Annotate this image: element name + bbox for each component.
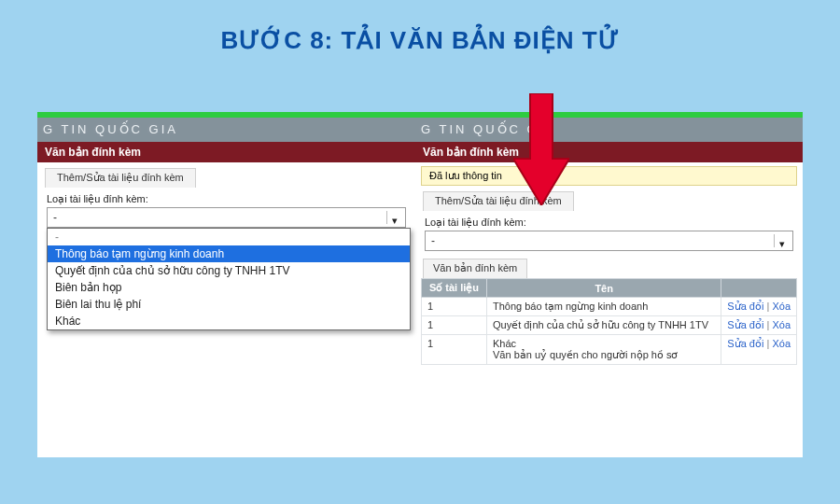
attachments-subheading: Văn bản đính kèm bbox=[423, 259, 527, 278]
dropdown-option[interactable]: Thông báo tạm ngừng kinh doanh bbox=[48, 245, 410, 262]
panel-left: G TIN QUỐC GIA Văn bản đính kèm Thêm/Sửa… bbox=[37, 112, 415, 457]
cell-name: Khác Văn bản uỷ quyền cho người nộp hồ s… bbox=[487, 335, 721, 365]
chevron-down-icon: ▾ bbox=[774, 234, 789, 247]
cell-actions: Sửa đổi | Xóa bbox=[721, 335, 797, 365]
attachment-type-select[interactable]: - ▾ bbox=[47, 207, 406, 228]
dropdown-option[interactable]: Quyết định của chủ sở hữu công ty TNHH 1… bbox=[48, 262, 410, 279]
chevron-down-icon: ▾ bbox=[386, 211, 401, 224]
attachment-type-label: Loại tài liệu đính kèm: bbox=[37, 188, 415, 207]
section-title: Văn bản đính kèm bbox=[415, 142, 803, 162]
page-title: BƯỚC 8: TẢI VĂN BẢN ĐIỆN TỬ bbox=[0, 0, 840, 55]
attachment-type-label: Loại tài liệu đính kèm: bbox=[415, 211, 803, 231]
saved-info-message: Đã lưu thông tin bbox=[421, 166, 797, 186]
dropdown-option[interactable]: Biên lai thu lệ phí bbox=[48, 296, 410, 313]
tab-add-edit-attachment[interactable]: Thêm/Sửa tài liệu đính kèm bbox=[45, 168, 196, 188]
attachments-table: Số tài liệu Tên 1 Thông báo tạm ngừng ki… bbox=[421, 278, 797, 365]
edit-link[interactable]: Sửa đổi bbox=[727, 301, 763, 312]
cell-actions: Sửa đổi | Xóa bbox=[721, 298, 797, 316]
screenshot-stage: G TIN QUỐC GIA Văn bản đính kèm Thêm/Sửa… bbox=[37, 112, 803, 457]
attachment-type-dropdown[interactable]: - Thông báo tạm ngừng kinh doanh Quyết đ… bbox=[47, 228, 411, 330]
panel-right: G TIN QUỐC GIA Văn bản đính kèm Đã lưu t… bbox=[415, 112, 803, 457]
col-header-number: Số tài liệu bbox=[422, 279, 487, 298]
cell-number: 1 bbox=[422, 298, 487, 316]
edit-link[interactable]: Sửa đổi bbox=[727, 319, 763, 330]
dropdown-option[interactable]: Khác bbox=[48, 313, 410, 329]
cell-name: Quyết định của chủ sở hữu công ty TNHH 1… bbox=[487, 316, 721, 335]
site-header-fragment: G TIN QUỐC GIA bbox=[415, 118, 803, 142]
delete-link[interactable]: Xóa bbox=[772, 319, 791, 330]
attachment-type-select[interactable]: - ▾ bbox=[425, 231, 793, 251]
delete-link[interactable]: Xóa bbox=[772, 338, 791, 349]
table-row: 1 Thông báo tạm ngừng kinh doanh Sửa đổi… bbox=[422, 298, 797, 316]
table-row: 1 Khác Văn bản uỷ quyền cho người nộp hồ… bbox=[422, 335, 797, 365]
edit-link[interactable]: Sửa đổi bbox=[727, 338, 763, 349]
cell-name: Thông báo tạm ngừng kinh doanh bbox=[487, 298, 721, 316]
col-header-name: Tên bbox=[487, 279, 721, 298]
dropdown-option[interactable]: - bbox=[48, 229, 410, 245]
col-header-actions bbox=[721, 279, 797, 298]
site-header-fragment: G TIN QUỐC GIA bbox=[37, 118, 415, 142]
select-current-value: - bbox=[53, 211, 57, 224]
dropdown-option[interactable]: Biên bản họp bbox=[48, 279, 410, 296]
section-title: Văn bản đính kèm bbox=[37, 142, 415, 162]
delete-link[interactable]: Xóa bbox=[772, 301, 791, 312]
cell-actions: Sửa đổi | Xóa bbox=[721, 316, 797, 335]
table-row: 1 Quyết định của chủ sở hữu công ty TNHH… bbox=[422, 316, 797, 335]
table-header-row: Số tài liệu Tên bbox=[422, 279, 797, 298]
select-current-value: - bbox=[431, 234, 435, 247]
tab-add-edit-attachment[interactable]: Thêm/Sửa tài liệu đính kèm bbox=[423, 191, 574, 211]
cell-number: 1 bbox=[422, 316, 487, 335]
cell-number: 1 bbox=[422, 335, 487, 365]
